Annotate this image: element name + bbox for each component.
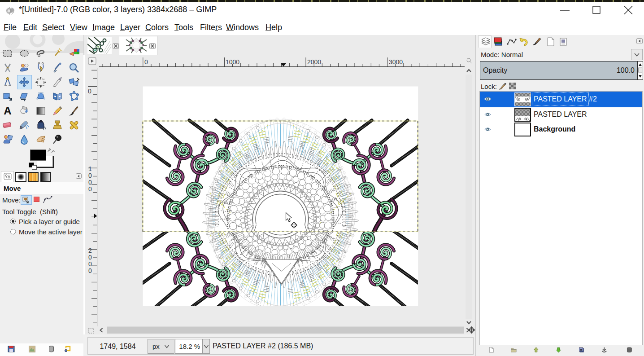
- svg-text:A: A: [4, 105, 11, 117]
- svg-text:0: 0: [88, 254, 92, 261]
- svg-text:2: 2: [88, 247, 92, 254]
- svg-text:0: 0: [88, 179, 92, 186]
- svg-text:1: 1: [88, 165, 92, 172]
- svg-text:0: 0: [88, 88, 91, 95]
- svg-text:0: 0: [88, 185, 92, 193]
- svg-text:0: 0: [88, 267, 92, 274]
- svg-text:2000: 2000: [307, 58, 321, 66]
- svg-text:0: 0: [88, 172, 92, 179]
- svg-text:0: 0: [88, 260, 92, 268]
- svg-text:3000: 3000: [389, 58, 403, 66]
- svg-text:0: 0: [144, 58, 148, 66]
- svg-text:1000: 1000: [226, 58, 239, 66]
